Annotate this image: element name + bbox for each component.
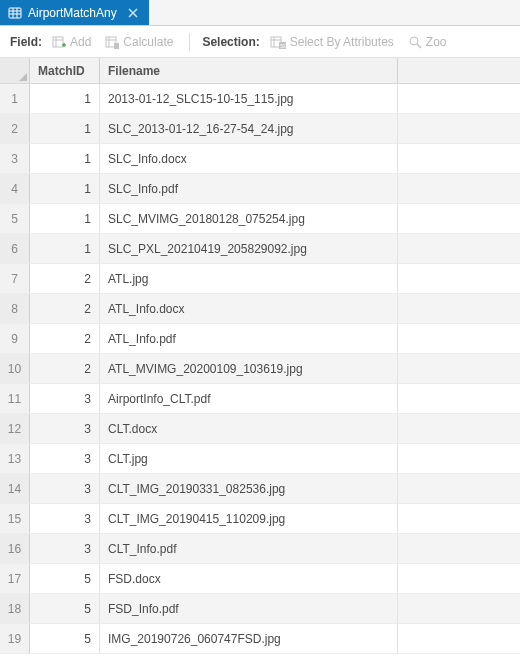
row-header-cell[interactable]: 11 (0, 384, 30, 413)
cell-filename[interactable]: SLC_MVIMG_20180128_075254.jpg (100, 204, 398, 233)
table-row[interactable]: 51SLC_MVIMG_20180128_075254.jpg (0, 204, 520, 234)
cell-filename[interactable]: CLT.docx (100, 414, 398, 443)
cell-filename[interactable]: ATL.jpg (100, 264, 398, 293)
column-header-matchid[interactable]: MatchID (30, 58, 100, 83)
toolbar-separator (189, 33, 190, 51)
table-row[interactable]: 163CLT_Info.pdf (0, 534, 520, 564)
cell-filename[interactable]: SLC_Info.docx (100, 144, 398, 173)
svg-rect-15 (114, 43, 119, 49)
table-row[interactable]: 21SLC_2013-01-12_16-27-54_24.jpg (0, 114, 520, 144)
row-header-cell[interactable]: 7 (0, 264, 30, 293)
calculate-icon (105, 35, 119, 49)
add-field-button[interactable]: Add (48, 33, 95, 51)
cell-filename[interactable]: ATL_MVIMG_20200109_103619.jpg (100, 354, 398, 383)
table-row[interactable]: 31SLC_Info.docx (0, 144, 520, 174)
cell-matchid[interactable]: 2 (30, 324, 100, 353)
cell-matchid[interactable]: 5 (30, 564, 100, 593)
row-header-cell[interactable]: 2 (0, 114, 30, 143)
select-by-attributes-icon: SQL (270, 35, 286, 49)
table-row[interactable]: 92ATL_Info.pdf (0, 324, 520, 354)
select-by-attributes-button[interactable]: SQL Select By Attributes (266, 33, 398, 51)
cell-filename[interactable]: CLT_IMG_20190415_110209.jpg (100, 504, 398, 533)
cell-matchid[interactable]: 2 (30, 294, 100, 323)
row-header-cell[interactable]: 5 (0, 204, 30, 233)
add-field-icon (52, 35, 66, 49)
row-header-cell[interactable]: 17 (0, 564, 30, 593)
cell-matchid[interactable]: 3 (30, 444, 100, 473)
cell-matchid[interactable]: 3 (30, 414, 100, 443)
table-body: 112013-01-12_SLC15-10-15_115.jpg21SLC_20… (0, 84, 520, 664)
table-row[interactable]: 72ATL.jpg (0, 264, 520, 294)
table-row[interactable]: 112013-01-12_SLC15-10-15_115.jpg (0, 84, 520, 114)
add-field-label: Add (70, 35, 91, 49)
row-header-cell[interactable]: 18 (0, 594, 30, 623)
table-row[interactable]: 195IMG_20190726_060747FSD.jpg (0, 624, 520, 654)
row-header-cell[interactable]: 14 (0, 474, 30, 503)
cell-matchid[interactable]: 3 (30, 384, 100, 413)
table-row[interactable]: 123CLT.docx (0, 414, 520, 444)
attribute-table: MatchID Filename 112013-01-12_SLC15-10-1… (0, 58, 520, 664)
svg-marker-23 (19, 73, 27, 81)
row-header-cell[interactable]: 16 (0, 534, 30, 563)
row-header-cell[interactable]: 19 (0, 624, 30, 653)
tab-airportmatchany[interactable]: AirportMatchAny (0, 0, 149, 25)
cell-matchid[interactable]: 1 (30, 174, 100, 203)
table-row[interactable]: 82ATL_Info.docx (0, 294, 520, 324)
row-header-cell[interactable]: 4 (0, 174, 30, 203)
select-by-attributes-label: Select By Attributes (290, 35, 394, 49)
cell-matchid[interactable]: 1 (30, 204, 100, 233)
row-header-cell[interactable]: 1 (0, 84, 30, 113)
cell-matchid[interactable]: 3 (30, 474, 100, 503)
cell-filename[interactable]: CLT_IMG_20190331_082536.jpg (100, 474, 398, 503)
toolbar: Field: Add Calculate Selection: SQL (0, 26, 520, 58)
cell-filename[interactable]: CLT_Info.pdf (100, 534, 398, 563)
cell-filename[interactable]: ATL_Info.docx (100, 294, 398, 323)
column-header-filename[interactable]: Filename (100, 58, 398, 83)
cell-matchid[interactable]: 1 (30, 114, 100, 143)
cell-matchid[interactable]: 3 (30, 534, 100, 563)
table-row[interactable]: 113AirportInfo_CLT.pdf (0, 384, 520, 414)
table-row[interactable]: 102ATL_MVIMG_20200109_103619.jpg (0, 354, 520, 384)
cell-filename[interactable]: FSD_Info.pdf (100, 594, 398, 623)
cell-matchid[interactable]: 5 (30, 624, 100, 653)
cell-filename[interactable]: AirportInfo_CLT.pdf (100, 384, 398, 413)
cell-filename[interactable]: 2013-01-12_SLC15-10-15_115.jpg (100, 84, 398, 113)
table-row[interactable]: 153CLT_IMG_20190415_110209.jpg (0, 504, 520, 534)
cell-matchid[interactable]: 3 (30, 504, 100, 533)
row-header-cell[interactable]: 3 (0, 144, 30, 173)
cell-matchid[interactable]: 5 (30, 594, 100, 623)
table-row[interactable]: 61SLC_PXL_20210419_205829092.jpg (0, 234, 520, 264)
table-row[interactable]: 143CLT_IMG_20190331_082536.jpg (0, 474, 520, 504)
row-header-cell[interactable]: 15 (0, 504, 30, 533)
row-header-cell[interactable]: 6 (0, 234, 30, 263)
svg-rect-0 (9, 8, 21, 18)
row-header-cell[interactable]: 13 (0, 444, 30, 473)
cell-filename[interactable]: SLC_2013-01-12_16-27-54_24.jpg (100, 114, 398, 143)
cell-filename[interactable]: FSD.docx (100, 564, 398, 593)
selection-group-label: Selection: (202, 35, 259, 49)
cell-filename[interactable]: CLT.jpg (100, 444, 398, 473)
table-row[interactable]: 185FSD_Info.pdf (0, 594, 520, 624)
table-row[interactable]: 175FSD.docx (0, 564, 520, 594)
cell-filename[interactable]: SLC_PXL_20210419_205829092.jpg (100, 234, 398, 263)
table-corner-cell[interactable] (0, 58, 30, 83)
svg-line-22 (417, 44, 421, 48)
zoom-to-selection-button[interactable]: Zoo (404, 33, 451, 51)
cell-matchid[interactable]: 1 (30, 144, 100, 173)
row-header-cell[interactable]: 9 (0, 324, 30, 353)
table-row[interactable]: 133CLT.jpg (0, 444, 520, 474)
cell-matchid[interactable]: 1 (30, 234, 100, 263)
cell-matchid[interactable]: 2 (30, 354, 100, 383)
cell-filename[interactable]: IMG_20190726_060747FSD.jpg (100, 624, 398, 653)
table-row[interactable]: 41SLC_Info.pdf (0, 174, 520, 204)
cell-matchid[interactable]: 2 (30, 264, 100, 293)
cell-matchid[interactable]: 1 (30, 84, 100, 113)
row-header-cell[interactable]: 12 (0, 414, 30, 443)
calculate-button[interactable]: Calculate (101, 33, 177, 51)
cell-filename[interactable]: SLC_Info.pdf (100, 174, 398, 203)
row-header-cell[interactable]: 10 (0, 354, 30, 383)
row-header-cell[interactable]: 8 (0, 294, 30, 323)
close-icon[interactable] (127, 7, 139, 19)
cell-filename[interactable]: ATL_Info.pdf (100, 324, 398, 353)
field-group-label: Field: (10, 35, 42, 49)
